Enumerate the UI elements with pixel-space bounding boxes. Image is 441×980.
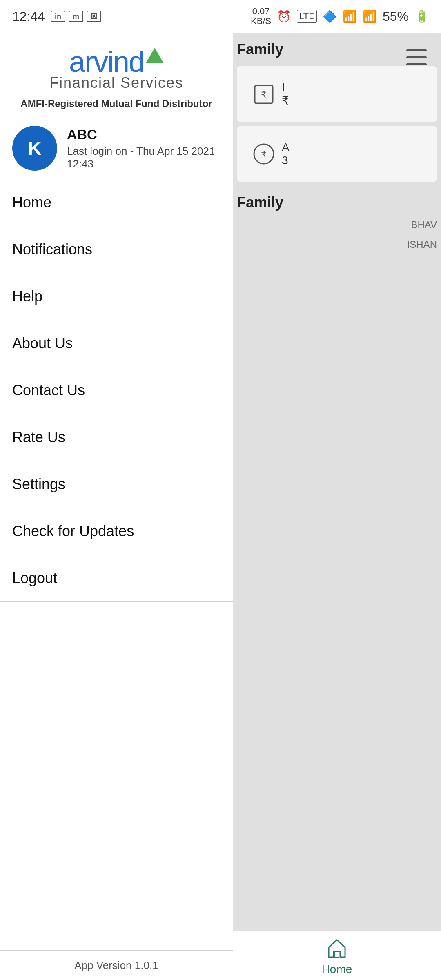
right-panel: Family ₹ I₹ <box>233 33 441 980</box>
logo-arvind: arvind <box>69 45 164 78</box>
alarm-icon: ⏰ <box>277 10 291 23</box>
hamburger-menu[interactable] <box>400 41 433 74</box>
user-last-login: Last login on - Thu Apr 15 2021 12:43 <box>67 145 220 170</box>
ac-icon: ₹ <box>252 142 276 166</box>
main-layout: arvind Financial Services AMFI-Registere… <box>0 33 441 980</box>
hamburger-line-1 <box>406 49 427 51</box>
status-right: 0.07KB/S ⏰ LTE 🔷 📶 📶 55% 🔋 <box>251 7 429 26</box>
user-profile: K ABC Last login on - Thu Apr 15 2021 12… <box>0 118 233 179</box>
mail-icon: m <box>69 11 83 22</box>
bluetooth-icon: 🔷 <box>323 10 337 23</box>
svg-text:₹: ₹ <box>261 149 267 159</box>
ac-card: ₹ A3 <box>237 126 437 182</box>
nav-item-notifications[interactable]: Notifications <box>0 226 233 273</box>
image-icon: 🖼 <box>87 11 101 22</box>
home-icon <box>325 936 349 960</box>
signal-icon: 📶 <box>363 10 377 23</box>
status-icons: in m 🖼 <box>51 11 101 22</box>
invest-row: ₹ I₹ <box>245 74 429 114</box>
status-time: 12:44 <box>12 9 45 24</box>
logo-area: arvind Financial Services AMFI-Registere… <box>0 33 233 118</box>
logo-container: arvind Financial Services <box>49 45 183 91</box>
nav-item-home[interactable]: Home <box>0 179 233 226</box>
wifi-icon: 📶 <box>343 10 357 23</box>
lte-icon: LTE <box>297 10 317 23</box>
logo-amfi: AMFI-Registered Mutual Fund Distributor <box>20 98 212 109</box>
invest-icon: ₹ <box>252 82 276 107</box>
nav-item-settings[interactable]: Settings <box>0 461 233 508</box>
bottom-nav: Home <box>233 931 441 980</box>
ac-row: ₹ A3 <box>245 134 429 174</box>
ac-text: A3 <box>282 141 290 167</box>
nav-item-contact-us[interactable]: Contact Us <box>0 367 233 414</box>
app-version: App Version 1.0.1 <box>0 950 233 980</box>
logo-triangle-icon <box>146 48 164 63</box>
battery-level: 55% <box>383 9 409 24</box>
home-nav-item[interactable]: Home <box>322 936 352 976</box>
svg-text:₹: ₹ <box>261 89 267 100</box>
network-speed: 0.07KB/S <box>251 7 271 26</box>
invest-text: I₹ <box>282 81 289 107</box>
logo-text: arvind <box>69 45 144 78</box>
invest-card: ₹ I₹ <box>237 66 437 122</box>
home-nav-label: Home <box>322 963 352 976</box>
nav-item-logout[interactable]: Logout <box>0 555 233 602</box>
nav-item-about-us[interactable]: About Us <box>0 320 233 367</box>
svg-rect-4 <box>335 951 339 957</box>
drawer: arvind Financial Services AMFI-Registere… <box>0 33 233 980</box>
person-bhav: BHAV <box>233 215 441 235</box>
nav-item-rate-us[interactable]: Rate Us <box>0 414 233 461</box>
avatar: K <box>12 126 57 171</box>
nav-item-help[interactable]: Help <box>0 273 233 320</box>
hamburger-line-2 <box>406 56 427 58</box>
linkedin-icon: in <box>51 11 65 22</box>
user-info: ABC Last login on - Thu Apr 15 2021 12:4… <box>67 127 220 170</box>
family-label-2: Family <box>233 186 441 215</box>
user-name: ABC <box>67 127 220 143</box>
person-ishan: ISHAN <box>233 235 441 254</box>
battery-icon: 🔋 <box>414 10 429 23</box>
nav-item-check-updates[interactable]: Check for Updates <box>0 508 233 555</box>
hamburger-line-3 <box>406 63 427 65</box>
status-bar: 12:44 in m 🖼 0.07KB/S ⏰ LTE 🔷 📶 📶 55% 🔋 <box>0 0 441 33</box>
nav-list: Home Notifications Help About Us Contact… <box>0 179 233 950</box>
logo-financial: Financial Services <box>49 74 183 91</box>
